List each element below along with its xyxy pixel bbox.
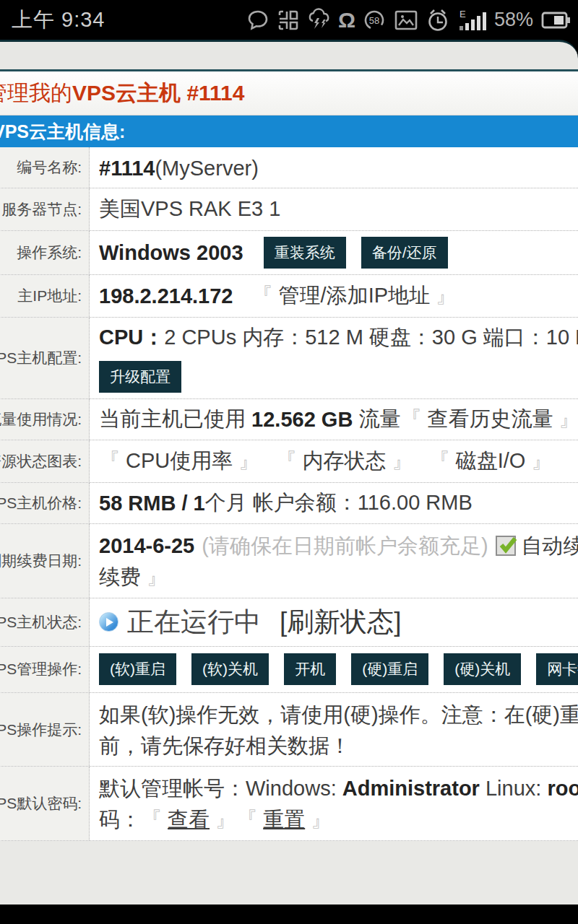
traffic-amount-text: 12.562 GB — [251, 408, 353, 431]
page-title: 管理我的VPS云主机 #1114 — [0, 79, 245, 108]
page-title-prefix: 管理我的 — [0, 81, 72, 105]
reinstall-os-button[interactable]: 重装系统 — [264, 237, 346, 269]
hard-reboot-button[interactable]: (硬)重启 — [351, 653, 428, 685]
os-text: Windows 2003 — [99, 241, 243, 264]
screenshot-grid-icon — [276, 8, 301, 32]
clock-text: 上午 9:34 — [12, 6, 105, 35]
row-label-ip: 主IP地址: — [0, 275, 90, 317]
refresh-button[interactable] — [167, 922, 202, 924]
tabs-button[interactable]: 1 — [267, 922, 302, 924]
bracket: 』 — [525, 449, 552, 472]
row-label-actions: VPS管理操作: — [0, 647, 90, 692]
manage-ip-link[interactable]: 管理/添加IP地址 — [279, 284, 430, 307]
bracket: 『 — [236, 808, 263, 831]
nic-control-button[interactable]: 网卡控制 — [536, 653, 578, 685]
table-row-traffic: 流量使用情况: 当前主机已使用 12.562 GB 流量『 查看历史流量 』 — [0, 398, 578, 440]
running-status-text: 正在运行中 — [127, 604, 261, 640]
soft-shutdown-button[interactable]: (软)关机 — [191, 653, 269, 685]
bracket: 『 — [400, 407, 427, 430]
disk-io-chart-link[interactable]: 磁盘I/O — [456, 449, 526, 472]
server-id-text: #1114 — [99, 156, 155, 179]
omega-icon: Ω — [338, 9, 355, 31]
row-label-node: 服务器节点: — [0, 188, 90, 230]
traffic-history-link[interactable]: 查看历史流量 — [427, 407, 553, 430]
bracket: 『 — [275, 449, 302, 472]
battery-icon — [540, 9, 571, 32]
chat-icon — [246, 8, 270, 32]
bracket: 』 — [430, 284, 457, 307]
svg-text:58: 58 — [369, 15, 379, 26]
status-bar: 上午 9:34 Ω 58 E — [0, 0, 578, 40]
table-row-id: 编号名称: #1114(MyServer) — [0, 147, 578, 188]
cpu-label-text: CPU： — [99, 326, 164, 349]
password-mid-text: Linux: — [480, 777, 548, 800]
browser-card-top — [0, 40, 578, 71]
server-name-text: (MyServer) — [155, 156, 258, 179]
bracket: 』 — [553, 407, 578, 430]
refresh-status-link[interactable]: [刷新状态] — [280, 604, 402, 640]
table-row-config: VPS主机配置: CPU：2 CPUs 内存：512 M 硬盘：30 G 端口：… — [0, 317, 578, 398]
signal-strength-icon: E — [457, 7, 487, 33]
linux-user-text: root — [547, 777, 578, 800]
bookmark-button[interactable] — [368, 922, 402, 924]
memory-chart-link[interactable]: 内存状态 — [302, 449, 386, 472]
backup-restore-button[interactable]: 备份/还原 — [361, 237, 448, 269]
power-on-button[interactable]: 开机 — [284, 653, 336, 685]
bracket: 』 — [386, 449, 413, 472]
vps-info-table: 编号名称: #1114(MyServer) 服务器节点: 美国VPS RAK E… — [0, 147, 578, 841]
running-status-icon — [99, 612, 118, 632]
page-title-id: #1114 — [186, 81, 244, 105]
row-label-price: VPS主机价格: — [0, 483, 90, 523]
balance-text: 个月 帐户余额：116.00 RMB — [205, 491, 473, 514]
bracket: 『 — [252, 284, 279, 307]
svg-text:E: E — [460, 9, 466, 19]
row-label-charts: 资源状态图表: — [0, 440, 90, 482]
table-row-node: 服务器节点: 美国VPS RAK E3 1 — [0, 188, 578, 230]
table-row-tips: VPS操作提示: 如果(软)操作无效，请使用(硬)操作。注意：在(硬)重启 前，… — [0, 692, 578, 767]
traffic-suffix-text: 流量 — [353, 407, 400, 430]
back-arrow-icon — [66, 922, 100, 924]
battery-gauge-icon: 58 — [361, 7, 387, 33]
gallery-icon — [393, 8, 419, 32]
browser-nav-bar: 1 — [0, 905, 578, 924]
row-label-password: VPS默认密码: — [0, 767, 90, 840]
row-label-config: VPS主机配置: — [0, 318, 90, 398]
password-line2-prefix: 码： — [99, 808, 141, 831]
renew-note-text: (请确保在日期前帐户余额充足) — [202, 534, 488, 557]
row-label-status: VPS主机状态: — [0, 598, 90, 646]
back-button[interactable] — [66, 922, 100, 924]
section-header-label: VPS云主机信息: — [0, 120, 125, 144]
main-ip-text: 198.2.214.172 — [99, 284, 233, 308]
table-row-renew: 到期续费日期: 2014-6-25(请确保在日期前帐户余额充足)自动续 续费 』 — [0, 523, 578, 598]
table-row-price: VPS主机价格: 58 RMB / 1个月 帐户余额：116.00 RMB — [0, 482, 578, 523]
bracket: 『 — [99, 449, 126, 472]
table-row-os: 操作系统: Windows 2003 重装系统 备份/还原 — [0, 230, 578, 274]
price-text: 58 RMB / 1 — [99, 492, 205, 515]
soft-reboot-button[interactable]: (软)重启 — [99, 653, 176, 685]
more-button[interactable] — [469, 922, 512, 924]
row-label-id: 编号名称: — [0, 147, 90, 188]
windows-user-text: Administrator — [342, 777, 480, 800]
table-row-ip: 主IP地址: 198.2.214.172 『 管理/添加IP地址 』 — [0, 274, 578, 317]
page-header: 管理我的VPS云主机 #1114 — [0, 71, 578, 116]
row-label-tips: VPS操作提示: — [0, 693, 90, 767]
row-label-renew: 到期续费日期: — [0, 524, 90, 598]
table-row-charts: 资源状态图表: 『 CPU使用率 』 『 内存状态 』 『 磁盘I/O 』 『 … — [0, 440, 578, 482]
refresh-icon — [167, 922, 202, 924]
hard-shutdown-button[interactable]: (硬)关机 — [444, 653, 521, 685]
auto-renew-checkbox[interactable] — [496, 536, 516, 556]
table-row-actions: VPS管理操作: (软)重启 (软)关机 开机 (硬)重启 (硬)关机 网卡控制 — [0, 646, 578, 692]
storm-weather-icon — [306, 8, 332, 32]
cpu-usage-chart-link[interactable]: CPU使用率 — [126, 449, 233, 472]
auto-renew-label: 自动续 — [522, 534, 578, 557]
bracket: 』 — [141, 565, 168, 588]
reset-password-link[interactable]: 重置 — [263, 808, 305, 831]
upgrade-config-button[interactable]: 升级配置 — [99, 361, 181, 393]
section-header-bar: VPS云主机信息: — [0, 116, 578, 147]
view-password-link[interactable]: 查看 — [168, 808, 210, 831]
tab-count-text: 1 — [267, 922, 302, 924]
bracket: 』 — [233, 449, 259, 472]
node-text: 美国VPS RAK E3 1 — [99, 197, 280, 220]
row-label-os: 操作系统: — [0, 231, 90, 274]
bracket: 『 — [568, 449, 578, 472]
